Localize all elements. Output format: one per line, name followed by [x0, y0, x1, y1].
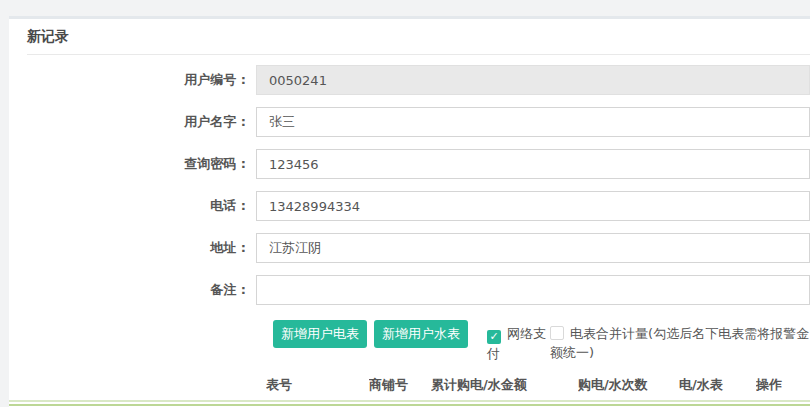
address-label: 地址 : [9, 239, 246, 257]
network-payment-checkbox-group[interactable]: ✓网络支付 [487, 324, 546, 363]
add-water-meter-button[interactable]: 新增用户水表 [374, 320, 468, 348]
form-row-user-id: 用户编号 : [9, 59, 810, 101]
form-row-query-password: 查询密码 : [9, 143, 810, 185]
action-row: 新增用户电表 新增用户水表 ✓网络支付 电表合并计量(勾选后名下电表需将报警金额… [273, 320, 810, 363]
remark-field-wrap [256, 275, 810, 305]
meter-table-header: 表号 商铺号 累计购电/水金额 购电/水次数 电/水表 操作 [262, 375, 810, 402]
form-row-remark: 备注 : [9, 269, 810, 311]
user-id-label: 用户编号 : [9, 71, 246, 89]
address-field[interactable] [256, 233, 810, 263]
user-name-field-wrap [256, 107, 810, 137]
column-header-total-amount: 累计购电/水金额 [431, 375, 578, 394]
form-row-phone: 电话 : [9, 185, 810, 227]
address-field-wrap [256, 233, 810, 263]
remark-field[interactable] [256, 275, 810, 305]
form-row-address: 地址 : [9, 227, 810, 269]
column-header-operation: 操作 [756, 375, 806, 394]
user-id-field-wrap [256, 65, 810, 95]
query-password-label: 查询密码 : [9, 155, 246, 173]
phone-label: 电话 : [9, 197, 246, 215]
new-record-panel: 新记录 用户编号 : 用户名字 : 查询密码 : 电话 : [9, 16, 810, 407]
form-row-user-name: 用户名字 : [9, 101, 810, 143]
column-header-shop-no: 商铺号 [369, 375, 431, 394]
column-header-meter-no: 表号 [266, 375, 369, 394]
bottom-green-divider [9, 400, 810, 406]
user-name-label: 用户名字 : [9, 113, 246, 131]
merge-meter-checkbox-group[interactable]: 电表合并计量(勾选后名下电表需将报警金额统一) [550, 324, 810, 362]
checkbox-unchecked-icon[interactable] [550, 326, 564, 340]
query-password-field[interactable] [256, 149, 810, 179]
checkbox-checked-icon[interactable]: ✓ [487, 330, 501, 344]
merge-meter-label: 电表合并计量(勾选后名下电表需将报警金额统一) [550, 326, 809, 360]
phone-field[interactable] [256, 191, 810, 221]
remark-label: 备注 : [9, 281, 246, 299]
query-password-field-wrap [256, 149, 810, 179]
add-electric-meter-button[interactable]: 新增用户电表 [273, 320, 367, 348]
user-name-field[interactable] [256, 107, 810, 137]
column-header-purchase-count: 购电/水次数 [578, 375, 679, 394]
page-title: 新记录 [9, 19, 810, 54]
user-form: 用户编号 : 用户名字 : 查询密码 : 电话 : 地址 : [9, 55, 810, 311]
column-header-meter-type: 电/水表 [679, 375, 756, 394]
user-id-field[interactable] [256, 65, 810, 95]
phone-field-wrap [256, 191, 810, 221]
